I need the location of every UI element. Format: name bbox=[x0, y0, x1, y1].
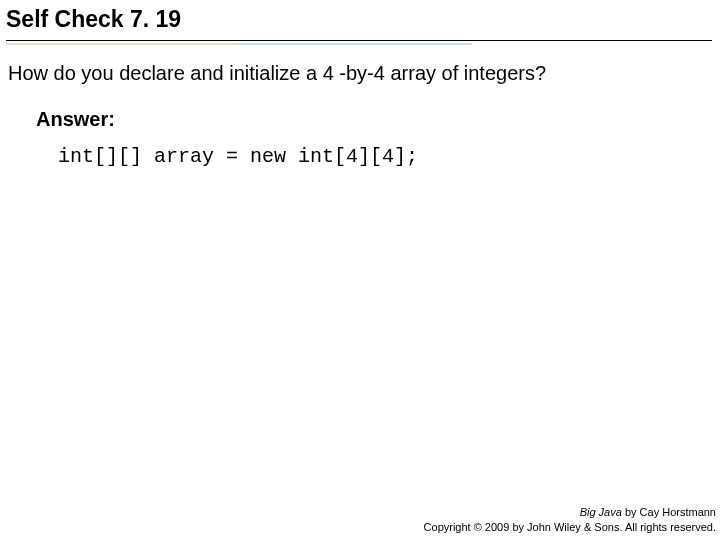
author-text: by Cay Horstmann bbox=[622, 506, 716, 518]
book-title: Big Java bbox=[580, 506, 622, 518]
footer-line-1: Big Java by Cay Horstmann bbox=[424, 505, 716, 519]
footer: Big Java by Cay Horstmann Copyright © 20… bbox=[424, 505, 716, 534]
answer-block: Answer: int[][] array = new int[4][4]; bbox=[0, 86, 720, 168]
slide-title: Self Check 7. 19 bbox=[6, 6, 712, 34]
title-accent-bar bbox=[6, 43, 712, 45]
title-block: Self Check 7. 19 bbox=[0, 0, 720, 45]
copyright-text: Copyright © 2009 by John Wiley & Sons. A… bbox=[424, 520, 716, 534]
question-text: How do you declare and initialize a 4 -b… bbox=[0, 45, 720, 86]
answer-code: int[][] array = new int[4][4]; bbox=[36, 131, 710, 168]
title-underline bbox=[6, 40, 712, 41]
slide: Self Check 7. 19 How do you declare and … bbox=[0, 0, 720, 540]
answer-label: Answer: bbox=[36, 108, 710, 131]
